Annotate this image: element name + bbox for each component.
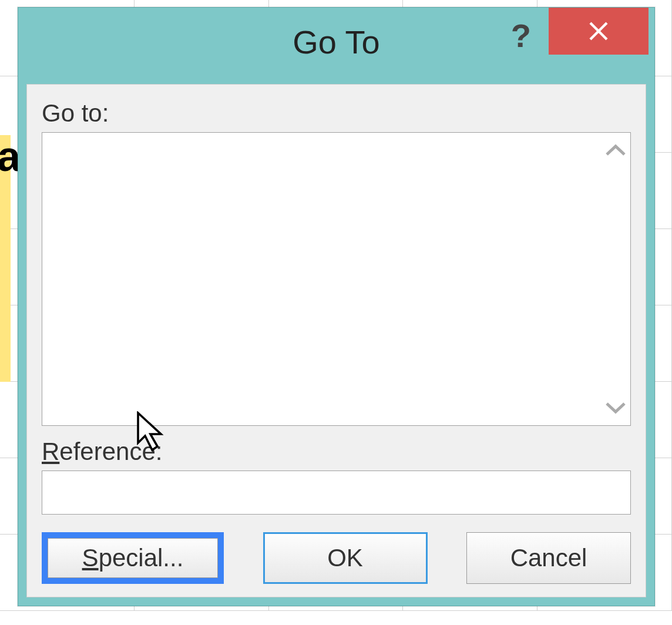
dialog-button-row: Special... OK Cancel — [42, 532, 631, 584]
special-button[interactable]: Special... — [48, 538, 218, 578]
close-button[interactable] — [549, 8, 649, 55]
dialog-title: Go To — [293, 23, 379, 61]
scroll-down-icon[interactable] — [604, 393, 627, 422]
scroll-up-icon[interactable] — [604, 136, 627, 165]
ok-button[interactable]: OK — [263, 532, 428, 584]
close-icon — [586, 19, 611, 43]
reference-label: Reference: — [42, 438, 631, 466]
help-icon: ? — [511, 17, 531, 54]
goto-label: Go to: — [42, 99, 631, 127]
goto-dialog: Go To ? Go to: Reference: — [18, 7, 655, 606]
dialog-titlebar[interactable]: Go To ? — [18, 8, 654, 76]
dialog-body: Go to: Reference: Special... OK Cancel — [26, 84, 646, 597]
cancel-button[interactable]: Cancel — [466, 532, 631, 584]
help-button[interactable]: ? — [499, 14, 543, 58]
goto-listbox[interactable] — [42, 132, 631, 426]
special-button-highlight: Special... — [42, 532, 224, 584]
reference-input[interactable] — [42, 471, 631, 515]
